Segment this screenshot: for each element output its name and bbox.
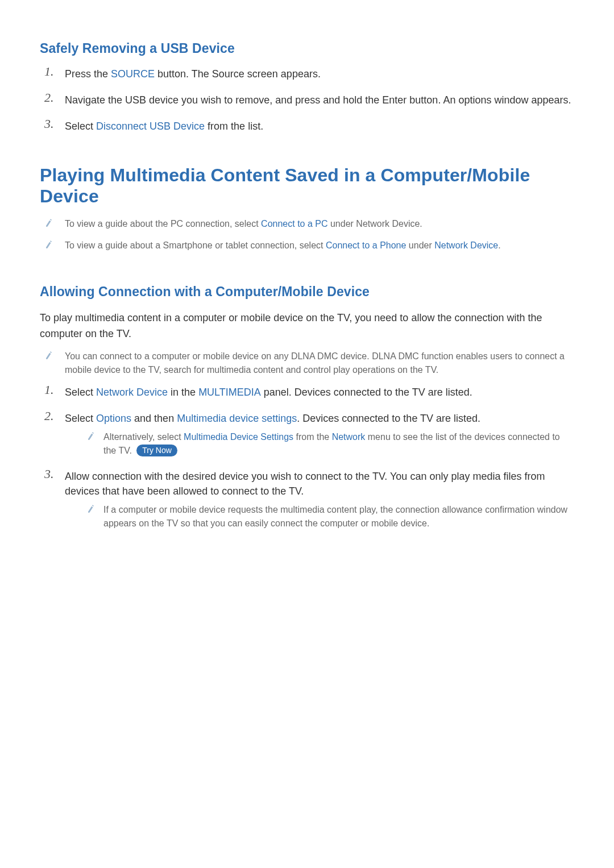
step-text: Select Disconnect USB Device from the li…: [65, 121, 263, 132]
text-run: .: [498, 240, 500, 250]
step-number: 3.: [44, 117, 54, 131]
section-heading-playing-multimedia: Playing Multimedia Content Saved in a Co…: [40, 165, 574, 207]
ui-term: Multimedia device settings: [177, 413, 297, 424]
text-run: Allow connection with the desired device…: [65, 471, 545, 497]
step-text: Select Network Device in the MULTIMEDIA …: [65, 387, 472, 398]
text-run: under Network Device.: [328, 219, 422, 229]
step-text: Allow connection with the desired device…: [65, 471, 545, 497]
note-text: To view a guide about the PC connection,…: [65, 219, 422, 229]
pencil-icon: [86, 431, 97, 442]
sub-note-text: If a computer or mobile device requests …: [103, 505, 567, 528]
step-number: 3.: [44, 467, 54, 481]
step-number: 1.: [44, 383, 54, 397]
text-run: from the: [293, 432, 332, 442]
text-run: Select: [65, 413, 96, 424]
text-run: Navigate the USB device you wish to remo…: [65, 94, 571, 106]
pencil-icon: [44, 239, 55, 250]
step-item: 1. Press the SOURCE button. The Source s…: [40, 67, 574, 81]
note-item: You can connect to a computer or mobile …: [40, 350, 574, 377]
step-text: Select Options and then Multimedia devic…: [65, 413, 480, 424]
step-text: Press the SOURCE button. The Source scre…: [65, 68, 321, 80]
step-item: 3. Select Disconnect USB Device from the…: [40, 119, 574, 134]
try-now-badge[interactable]: Try Now: [136, 445, 177, 456]
intro-paragraph: To play multimedia content in a computer…: [40, 310, 574, 342]
text-run: Alternatively, select: [103, 432, 184, 442]
step-item: 2. Select Options and then Multimedia de…: [40, 411, 574, 458]
step-item: 1. Select Network Device in the MULTIMED…: [40, 385, 574, 400]
note-text: You can connect to a computer or mobile …: [65, 351, 565, 375]
ordered-steps-allow-connection: 1. Select Network Device in the MULTIMED…: [40, 385, 574, 530]
note-list: You can connect to a computer or mobile …: [40, 350, 574, 377]
document-page: Safely Removing a USB Device 1. Press th…: [0, 0, 614, 868]
text-run: To view a guide about the PC connection,…: [65, 219, 261, 229]
ui-term: Options: [96, 413, 131, 424]
text-run: panel. Devices connected to the TV are l…: [261, 387, 472, 398]
text-run: under: [406, 240, 434, 250]
pencil-icon: [44, 350, 55, 361]
ui-term: Network Device: [96, 387, 168, 398]
step-item: 2. Navigate the USB device you wish to r…: [40, 93, 574, 107]
ui-term: SOURCE: [111, 68, 155, 80]
ui-term: MULTIMEDIA: [198, 387, 261, 398]
step-text: Navigate the USB device you wish to remo…: [65, 94, 571, 106]
text-run: Select: [65, 387, 96, 398]
text-run: and then: [131, 413, 177, 424]
pencil-icon: [44, 218, 55, 229]
section-heading-safely-removing-usb: Safely Removing a USB Device: [40, 41, 574, 56]
text-run: Press the: [65, 68, 111, 80]
ui-term: Multimedia Device Settings: [184, 432, 293, 442]
text-run: . Devices connected to the TV are listed…: [297, 413, 480, 424]
section-heading-allowing-connection: Allowing Connection with a Computer/Mobi…: [40, 284, 574, 300]
ui-term: Connect to a PC: [261, 219, 327, 229]
note-list: To view a guide about the PC connection,…: [40, 217, 574, 252]
ui-term: Disconnect USB Device: [96, 121, 205, 132]
pencil-icon: [86, 504, 97, 514]
text-run: To view a guide about a Smartphone or ta…: [65, 240, 326, 250]
ui-term: Connect to a Phone: [326, 240, 406, 250]
note-item: To view a guide about a Smartphone or ta…: [40, 239, 574, 252]
text-run: Select: [65, 121, 96, 132]
text-run: from the list.: [205, 121, 263, 132]
note-item: To view a guide about the PC connection,…: [40, 217, 574, 231]
step-number: 2.: [44, 90, 54, 105]
text-run: You can connect to a computer or mobile …: [65, 351, 565, 375]
sub-note: If a computer or mobile device requests …: [78, 503, 574, 530]
step-number: 1.: [44, 64, 54, 79]
ordered-steps-usb: 1. Press the SOURCE button. The Source s…: [40, 67, 574, 134]
ui-term: Network Device: [434, 240, 498, 250]
step-number: 2.: [44, 409, 54, 423]
text-run: in the: [168, 387, 198, 398]
text-run: button. The Source screen appears.: [155, 68, 321, 80]
text-run: If a computer or mobile device requests …: [103, 505, 567, 528]
sub-note: Alternatively, select Multimedia Device …: [78, 430, 574, 458]
step-item: 3. Allow connection with the desired dev…: [40, 469, 574, 530]
note-text: To view a guide about a Smartphone or ta…: [65, 240, 501, 250]
ui-term: Network: [332, 432, 366, 442]
